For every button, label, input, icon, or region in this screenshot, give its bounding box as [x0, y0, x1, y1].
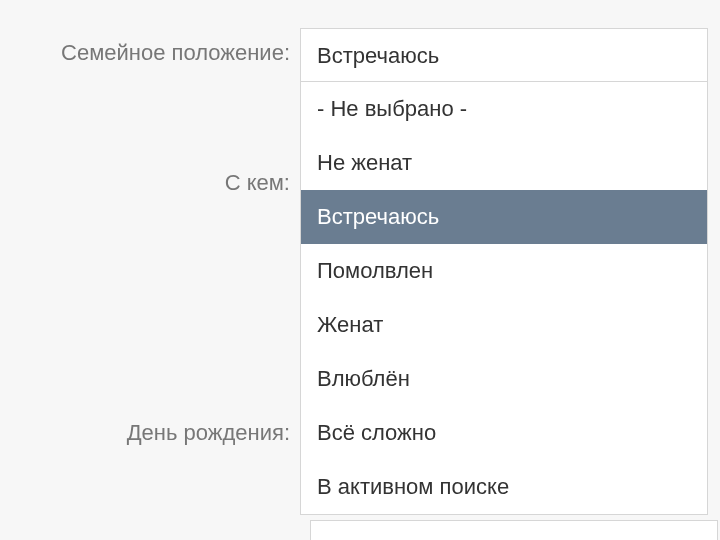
- option-complicated[interactable]: Всё сложно: [301, 406, 707, 460]
- option-married[interactable]: Женат: [301, 298, 707, 352]
- profile-form: Семейное положение: Встречаюсь - Не выбр…: [0, 0, 720, 446]
- option-single[interactable]: Не женат: [301, 136, 707, 190]
- option-none[interactable]: - Не выбрано -: [301, 82, 707, 136]
- select-marital-status[interactable]: Встречаюсь: [300, 28, 708, 82]
- option-searching[interactable]: В активном поиске: [301, 460, 707, 514]
- option-inlove[interactable]: Влюблён: [301, 352, 707, 406]
- field-below[interactable]: [310, 520, 718, 540]
- option-dating[interactable]: Встречаюсь: [301, 190, 707, 244]
- label-with-whom: С кем:: [0, 82, 300, 196]
- label-birthday: День рождения:: [0, 196, 300, 446]
- field-marital-status: Встречаюсь - Не выбрано - Не женат Встре…: [300, 28, 708, 82]
- dropdown-marital-status: - Не выбрано - Не женат Встречаюсь Помол…: [300, 82, 708, 515]
- option-engaged[interactable]: Помолвлен: [301, 244, 707, 298]
- row-marital-status: Семейное положение: Встречаюсь - Не выбр…: [0, 28, 720, 82]
- label-marital-status: Семейное положение:: [0, 28, 300, 64]
